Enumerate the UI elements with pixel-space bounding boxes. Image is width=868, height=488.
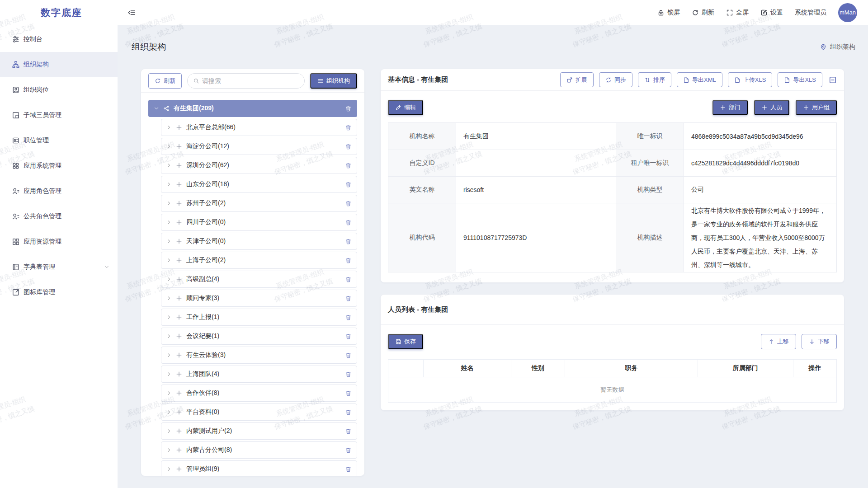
trash-icon[interactable] [345,409,352,416]
trash-icon[interactable] [345,200,352,207]
action-button[interactable]: 同步 [599,72,632,87]
tree-node[interactable]: 顾问专家(3) [161,290,357,307]
add-button[interactable]: 用户组 [796,100,837,115]
fullscreen-button[interactable]: 全屏 [726,9,749,17]
chevron-right-icon[interactable] [166,390,172,396]
menu-fold-icon[interactable] [127,9,136,17]
tree-node[interactable]: 天津子公司(0) [161,233,357,250]
chevron-right-icon[interactable] [166,125,172,130]
sidebar-item[interactable]: 字典表管理 [0,254,118,280]
chevron-right-icon[interactable] [166,371,172,377]
trash-icon[interactable] [345,124,352,131]
trash-icon[interactable] [345,428,352,435]
trash-icon[interactable] [345,447,352,454]
tree-node[interactable]: 深圳分公司(62) [161,157,357,174]
trash-icon[interactable] [345,352,352,359]
save-button[interactable]: 保存 [388,334,423,349]
trash-icon[interactable] [345,295,352,302]
chevron-right-icon[interactable] [166,239,172,244]
tree-node[interactable]: 平台资料(0) [161,404,357,421]
tree-node[interactable]: 山东分公司(18) [161,176,357,193]
chevron-right-icon[interactable] [166,144,172,149]
tree-node-label: 合作伙伴(8) [186,389,219,397]
chevron-right-icon[interactable] [166,352,172,358]
chevron-right-icon[interactable] [166,333,172,339]
tree-node[interactable]: 四川子公司(0) [161,214,357,231]
trash-icon[interactable] [345,105,352,112]
chevron-right-icon[interactable] [166,277,172,282]
trash-icon[interactable] [345,162,352,169]
sidebar-item[interactable]: 组织岗位 [0,77,118,103]
sidebar-item-label: 组织架构 [24,61,49,69]
trash-icon[interactable] [345,466,352,473]
trash-icon[interactable] [345,143,352,150]
org-node-icon [176,371,182,377]
sidebar-item[interactable]: 控制台 [0,27,118,52]
lock-screen-button[interactable]: 锁屏 [657,9,680,17]
add-button[interactable]: 人员 [754,100,789,115]
sidebar-item[interactable]: 应用资源管理 [0,229,118,254]
tree-node[interactable]: 会议纪要(1) [161,328,357,345]
tree-node[interactable]: 苏州子公司(2) [161,195,357,212]
action-button[interactable]: 导出XML [677,72,722,87]
tree-root-node[interactable]: 有生集团(209) [148,100,357,117]
trash-icon[interactable] [345,314,352,321]
move-down-button[interactable]: 下移 [802,334,837,349]
tree-node[interactable]: 高级副总(4) [161,271,357,288]
trash-icon[interactable] [345,276,352,283]
action-button[interactable]: 上传XLS [728,72,773,87]
chevron-right-icon[interactable] [166,220,172,225]
sidebar-item[interactable]: 应用角色管理 [0,178,118,204]
sidebar-item[interactable]: 图标库管理 [0,280,118,305]
edit-button[interactable]: 编辑 [388,100,423,115]
basic-info-table: 机构名称 有生集团 唯一标识 4868e899c5034a87a49b5cd9d… [388,122,837,272]
collapse-panel-icon[interactable] [829,76,837,84]
action-button[interactable]: 导出XLS [778,72,822,87]
action-button[interactable]: 排序 [638,72,671,87]
chevron-down-icon[interactable] [154,106,159,111]
action-button[interactable]: 扩展 [560,72,594,87]
chevron-right-icon[interactable] [166,182,172,187]
sidebar-item[interactable]: 子域三员管理 [0,103,118,128]
tree-node[interactable]: 内蒙测试用户(2) [161,422,357,440]
sidebar-item[interactable]: 公共角色管理 [0,204,118,229]
app-resource-icon [12,238,20,246]
tree-node[interactable]: 合作伙伴(8) [161,385,357,402]
chevron-right-icon[interactable] [166,428,172,434]
chevron-right-icon[interactable] [166,296,172,301]
chevron-right-icon[interactable] [166,447,172,453]
trash-icon[interactable] [345,333,352,340]
tree-node[interactable]: 上海团队(4) [161,366,357,383]
sidebar-item[interactable]: 应用系统管理 [0,153,118,178]
tree-node[interactable]: 上海子公司(2) [161,252,357,269]
tree-node[interactable]: 有生云体验(3) [161,347,357,364]
refresh-button[interactable]: 刷新 [692,9,714,17]
trash-icon[interactable] [345,257,352,264]
trash-icon[interactable] [345,390,352,397]
tree-search-input[interactable] [202,77,299,84]
tree-node[interactable]: 北京平台总部(66) [161,119,357,136]
move-up-button[interactable]: 上移 [761,334,796,349]
trash-icon[interactable] [345,219,352,226]
tree-node[interactable]: 海淀分公司(12) [161,138,357,155]
tree-refresh-button[interactable]: 刷新 [148,73,182,89]
sidebar-item[interactable]: 职位管理 [0,128,118,153]
tree-node[interactable]: 管理员组(9) [161,460,357,476]
current-user[interactable]: 系统管理员 [795,9,826,17]
chevron-right-icon[interactable] [166,314,172,320]
trash-icon[interactable] [345,238,352,245]
chevron-right-icon[interactable] [166,163,172,168]
chevron-right-icon[interactable] [166,201,172,206]
chevron-right-icon[interactable] [166,409,172,415]
tree-node[interactable]: 工作上报(1) [161,309,357,326]
sidebar-item[interactable]: 组织架构 [0,52,118,77]
chevron-right-icon[interactable] [166,466,172,472]
trash-icon[interactable] [345,181,352,188]
tree-node[interactable]: 内蒙古分公司(8) [161,441,357,459]
chevron-right-icon[interactable] [166,258,172,263]
add-button[interactable]: 部门 [712,100,748,115]
org-structure-button[interactable]: 组织机构 [310,73,357,89]
avatar[interactable]: mMan [838,3,857,22]
trash-icon[interactable] [345,371,352,378]
settings-button[interactable]: 设置 [760,9,783,17]
